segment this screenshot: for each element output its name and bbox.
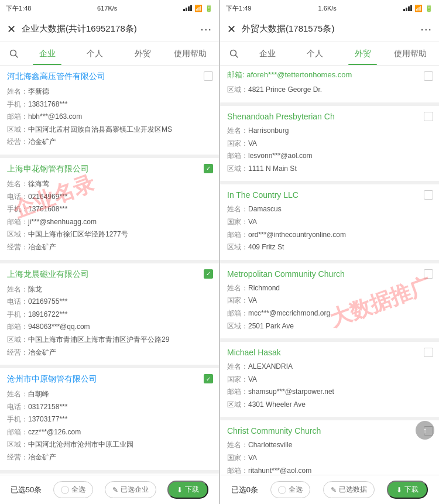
right-close-button[interactable]: ✕ <box>227 23 236 36</box>
right-tab-trade[interactable]: 外贸 <box>339 42 387 65</box>
left-tab-bar: 企业 个人 外贸 使用帮助 <box>0 42 219 66</box>
right-selected-count: 已选0条 <box>231 485 258 495</box>
right-tab-bar: 企业 个人 外贸 使用帮助 <box>220 42 439 66</box>
right-wifi-icon: 📶 <box>414 5 423 12</box>
select-all-circle <box>61 486 69 494</box>
list-item: 河北海鑫高压管件有限公司姓名：李新德手机：13831768***邮箱：hbh**… <box>0 66 219 155</box>
list-item: Michael Hasak姓名：ALEXANDRIA国家：VA邮箱：shamsu… <box>220 342 439 417</box>
right-download-button[interactable]: ⬇ 下载 <box>387 481 428 499</box>
left-tab-help[interactable]: 使用帮助 <box>167 42 215 65</box>
checkbox[interactable] <box>204 71 213 81</box>
list-item: Metropolitan Community Church姓名：Richmond… <box>220 263 439 338</box>
checkbox[interactable]: ✓ <box>204 374 213 383</box>
list-item: Christ Community Church姓名：Charlottesvill… <box>220 420 439 475</box>
right-more-button[interactable]: ··· <box>420 22 432 36</box>
left-download-button[interactable]: ⬇ 下载 <box>167 481 208 499</box>
list-item: 邮箱: aforeh***@tettertonhomes.com区域：4821 … <box>220 66 439 102</box>
list-item: 富盈门股指期货开户配资加盟代理姓名：温经理手机：15918776***邮箱：10… <box>0 474 219 475</box>
right-cards-container: 邮箱: aforeh***@tettertonhomes.com区域：4821 … <box>220 66 439 475</box>
right-battery-icon: 🔋 <box>425 5 433 12</box>
company-name: Metropolitan Community Church <box>227 269 432 279</box>
left-more-button[interactable]: ··· <box>200 22 212 36</box>
company-name: Christ Community Church <box>227 426 432 436</box>
company-name: Michael Hasak <box>227 348 432 357</box>
left-content: 企业名录 河北海鑫高压管件有限公司姓名：李新德手机：13831768***邮箱：… <box>0 66 219 475</box>
scroll-top-button[interactable]: ↑ <box>416 421 434 440</box>
company-name: 沧州市中原钢管有限公司 <box>7 374 212 385</box>
left-header-title: 企业大数据(共计16952178条) <box>22 23 194 35</box>
left-select-all-button[interactable]: 全选 <box>53 481 93 498</box>
right-search-icon <box>229 49 239 59</box>
left-tab-enterprise[interactable]: 企业 <box>23 42 71 65</box>
left-selected-button[interactable]: ✎ 已选企业 <box>105 481 156 498</box>
left-close-button[interactable]: ✕ <box>7 23 16 36</box>
right-panel: 下午1:49 1.6K/s 📶 🔋 ✕ 外贸大数据(1781575条) ··· <box>220 0 439 504</box>
left-bottom-bar: 已选50条 全选 ✎ 已选企业 ⬇ 下载 <box>0 475 219 504</box>
right-selected-button[interactable]: ✎ 已选数据 <box>323 481 375 498</box>
left-selected-count: 已选50条 <box>11 485 42 495</box>
svg-line-3 <box>236 55 238 57</box>
list-item: In The Country LLC姓名：Damascus国家：VA邮箱：ord… <box>220 184 439 259</box>
right-tab-help[interactable]: 使用帮助 <box>387 42 435 65</box>
company-name: 河北海鑫高压管件有限公司 <box>7 71 212 82</box>
right-speed: 1.6K/s <box>318 5 337 12</box>
company-name: 上海申花钢管有限公司 <box>7 164 212 174</box>
right-search-tab[interactable] <box>225 44 243 63</box>
checkbox[interactable] <box>424 190 433 200</box>
left-header: ✕ 企业大数据(共计16952178条) ··· <box>0 16 219 42</box>
left-wifi-icon: 📶 <box>194 5 203 12</box>
right-tab-enterprise[interactable]: 企业 <box>243 42 291 65</box>
left-time: 下午1:48 <box>6 4 31 13</box>
checkbox[interactable] <box>424 348 433 357</box>
checkbox[interactable]: ✓ <box>204 164 213 173</box>
checkbox[interactable]: ✓ <box>204 269 213 279</box>
left-status-bar: 下午1:48 617K/s 📶 🔋 <box>0 0 219 16</box>
left-speed: 617K/s <box>97 5 117 12</box>
download-icon: ⬇ <box>177 486 183 494</box>
right-select-all-circle <box>278 486 286 494</box>
right-header: ✕ 外贸大数据(1781575条) ··· <box>220 16 439 42</box>
company-name: 上海龙晨磁业有限公司 <box>7 269 212 280</box>
left-battery-icon: 🔋 <box>205 5 213 12</box>
svg-line-1 <box>16 55 18 57</box>
right-header-title: 外贸大数据(1781575条) <box>242 23 414 35</box>
left-panel: 下午1:48 617K/s 📶 🔋 ✕ 企业大数据(共计16952178条) ·… <box>0 0 219 504</box>
left-tab-personal[interactable]: 个人 <box>71 42 119 65</box>
list-item: Shenandoah Presbyterian Ch姓名：Harrisonbur… <box>220 106 439 181</box>
left-search-tab[interactable] <box>5 44 23 63</box>
right-signal <box>403 5 412 11</box>
right-download-icon: ⬇ <box>396 486 402 494</box>
list-item: 上海龙晨磁业有限公司姓名：陈龙电话：02169755***手机：18916722… <box>0 263 219 365</box>
search-icon <box>9 49 19 59</box>
list-item: 沧州市中原钢管有限公司姓名：白朝峰电话：03172158***手机：137031… <box>0 368 219 470</box>
company-name: Shenandoah Presbyterian Ch <box>227 112 432 121</box>
left-signal <box>183 5 192 11</box>
right-bottom-bar: 已选0条 全选 ✎ 已选数据 ⬇ 下载 <box>220 475 439 504</box>
right-content: 大数据推广 邮箱: aforeh***@tettertonhomes.com区域… <box>220 66 439 475</box>
checkbox[interactable] <box>424 71 433 81</box>
list-item: 上海申花钢管有限公司姓名：徐海莺电话：02164969***手机：1376160… <box>0 158 219 260</box>
left-status-right: 📶 🔋 <box>183 5 213 12</box>
right-select-all-button[interactable]: 全选 <box>270 481 310 498</box>
right-time: 下午1:49 <box>226 4 251 13</box>
left-cards-container: 河北海鑫高压管件有限公司姓名：李新德手机：13831768***邮箱：hbh**… <box>0 66 219 475</box>
right-tab-personal[interactable]: 个人 <box>291 42 339 65</box>
right-status-right: 📶 🔋 <box>403 5 433 12</box>
checkbox[interactable] <box>424 269 433 279</box>
right-status-bar: 下午1:49 1.6K/s 📶 🔋 <box>220 0 439 16</box>
company-name: In The Country LLC <box>227 190 432 200</box>
left-tab-trade[interactable]: 外贸 <box>119 42 167 65</box>
checkbox[interactable] <box>424 112 433 121</box>
